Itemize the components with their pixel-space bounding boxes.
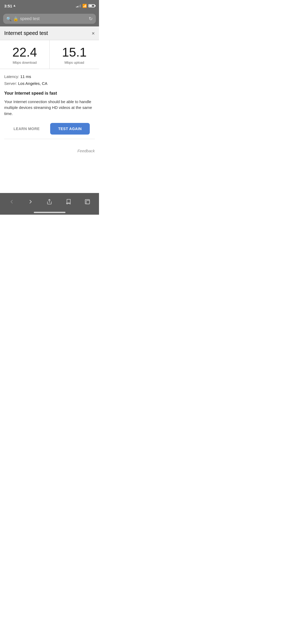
status-icons: 📶	[76, 4, 95, 8]
status-bar: 3:51 ➤ 📶	[0, 0, 99, 12]
wifi-icon: 📶	[82, 4, 87, 8]
address-bar-left: 🔍 🔒 speed test	[6, 16, 40, 21]
speed-description: Your Internet connection should be able …	[4, 99, 95, 117]
feedback-link[interactable]: Feedback	[77, 149, 95, 153]
latency-label: Latency:	[4, 74, 19, 79]
latency-row: Latency: 11 ms	[4, 74, 95, 80]
address-bar[interactable]: 🔍 🔒 speed test ↻	[3, 14, 96, 24]
battery-icon	[88, 4, 95, 7]
close-button[interactable]: ×	[92, 31, 95, 36]
download-value: 22.4	[4, 45, 45, 59]
signal-bars-icon	[76, 4, 81, 7]
server-row: Server: Los Angeles, CA	[4, 81, 95, 87]
bookmarks-button[interactable]	[63, 196, 74, 208]
details-section: Latency: 11 ms Server: Los Angeles, CA Y…	[0, 69, 99, 144]
server-label: Server:	[4, 81, 17, 86]
svg-rect-2	[86, 200, 89, 204]
upload-label: Mbps upload	[54, 61, 95, 65]
home-indicator	[34, 212, 65, 213]
test-again-button[interactable]: TEST AGAIN	[50, 123, 89, 135]
download-metric: 22.4 Mbps download	[0, 40, 50, 69]
bookmarks-icon	[65, 199, 71, 205]
latency-value: 11 ms	[20, 74, 31, 79]
speed-assessment: Your Internet speed is fast	[4, 91, 95, 96]
bottom-nav	[0, 193, 99, 215]
back-button[interactable]	[6, 196, 17, 208]
share-button[interactable]	[44, 196, 55, 208]
reload-icon[interactable]: ↻	[89, 16, 93, 22]
upload-metric: 15.1 Mbps upload	[50, 40, 99, 69]
learn-more-button[interactable]: LEARN MORE	[9, 123, 44, 134]
search-icon: 🔍	[6, 16, 12, 21]
feedback-row: Feedback	[0, 144, 99, 158]
tabs-button[interactable]	[82, 196, 93, 208]
forward-button[interactable]	[25, 196, 36, 208]
speed-metrics: 22.4 Mbps download 15.1 Mbps upload	[0, 40, 99, 69]
address-text: speed test	[20, 16, 40, 21]
forward-icon	[28, 199, 34, 205]
server-value: Los Angeles, CA	[18, 81, 48, 86]
location-arrow-icon: ➤	[12, 4, 17, 8]
upload-value: 15.1	[54, 45, 95, 59]
back-icon	[9, 199, 15, 205]
status-time: 3:51 ➤	[4, 4, 16, 8]
tabs-icon	[84, 199, 90, 205]
address-bar-container: 🔍 🔒 speed test ↻	[0, 12, 99, 26]
speed-test-header: Internet speed test ×	[0, 26, 99, 40]
lock-icon: 🔒	[13, 16, 18, 21]
speed-test-title: Internet speed test	[4, 30, 48, 36]
time-display: 3:51	[4, 4, 12, 8]
download-label: Mbps download	[4, 61, 45, 65]
buttons-row: LEARN MORE TEST AGAIN	[4, 123, 95, 139]
share-icon	[46, 199, 52, 205]
